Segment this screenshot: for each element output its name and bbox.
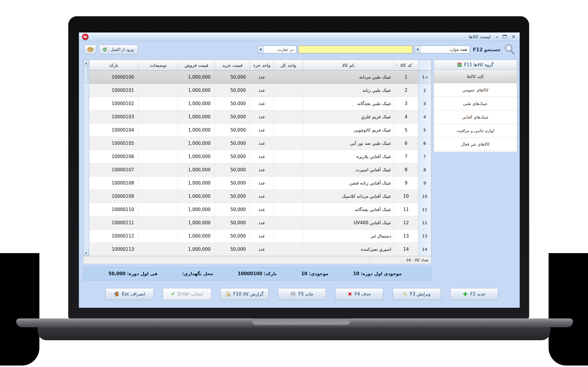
report-button-label: گزارش کالا F10 — [233, 291, 263, 297]
column-header-code[interactable]: ▾کد کالا — [394, 60, 418, 70]
sidebar-item[interactable]: عینک‌هاي طبی — [434, 97, 517, 110]
chevron-down-icon[interactable]: ▼ — [415, 46, 421, 53]
sidebar-item[interactable]: کالاهاي عمومی — [434, 83, 517, 97]
cell-sell: 1,000,000 — [178, 110, 215, 123]
theme-palette-button[interactable] — [84, 45, 96, 54]
table-row[interactable]: 1313دستمال لنزعدد50,0001,000,00010000112 — [89, 230, 431, 243]
table-row[interactable]: 1010عینک آفتابي مردانه کلاسیکعدد50,0001,… — [89, 190, 431, 203]
cell-unit_sub: عدد — [250, 84, 273, 97]
cell-buy: 50,000 — [215, 110, 250, 123]
cell-unit_sub: عدد — [250, 216, 273, 229]
restore-icon[interactable] — [503, 35, 507, 38]
table-row[interactable]: 44عینک فریم فلزيعدد50,0001,000,000100001… — [89, 110, 431, 124]
table-row[interactable]: 55عینک فریم کائوچوییعدد50,0001,000,00010… — [89, 124, 431, 137]
cell-unit_sub: عدد — [250, 110, 273, 123]
groups-grid-icon — [457, 63, 462, 67]
table-row[interactable]: 1414اسپري تمیزکنندهعدد50,0001,000,000100… — [89, 243, 431, 256]
search-input[interactable] — [298, 46, 412, 53]
cell-barcode: 10000103 — [89, 110, 138, 123]
table-row[interactable]: 1212عینک آفتابي UV400عدد50,0001,000,0001… — [89, 216, 431, 230]
column-header-sell[interactable]: قیمت فروش — [178, 60, 215, 70]
sidebar-item[interactable]: لوازم جانبی و مراقبت — [434, 124, 517, 137]
groups-header[interactable]: گروه کالاها F11 — [434, 60, 517, 70]
vertical-scrollbar[interactable]: ▲ ▼ — [83, 60, 89, 256]
infobar-item: موجودي اول دوره: 10 — [353, 271, 402, 276]
pencil-icon: ✎ — [403, 292, 407, 297]
cell-sell: 1,000,000 — [178, 84, 215, 97]
sidebar-item[interactable]: کالاهاي غیر فعال — [434, 137, 517, 151]
search-scope-dropdown[interactable]: همه موارد ▼ — [415, 46, 470, 53]
cell-buy: 50,000 — [215, 97, 250, 110]
cell-buy: 50,000 — [215, 124, 250, 137]
infobar-item: محل نگهداري: — [182, 271, 213, 276]
infobar-item: موجودي: 10 — [301, 271, 328, 276]
new-button[interactable]: جدید F2✚ — [450, 288, 498, 300]
scroll-up-icon[interactable]: ▲ — [83, 60, 89, 66]
table-row[interactable]: 77عینک آفتابي پلاریزهعدد50,0001,000,0001… — [89, 150, 431, 163]
select-button-label: انتخاب Enter — [178, 291, 203, 297]
report-button[interactable]: گزارش کالا F10 — [220, 288, 269, 300]
scroll-track[interactable] — [83, 83, 89, 250]
groups-sidebar: گروه کالاها F11 کلیه کالاهاکالاهاي عمومی… — [434, 60, 517, 152]
cell-notes — [138, 177, 178, 190]
delete-icon: ✖ — [348, 292, 352, 297]
cell-name: عینک طبي بچه‌گانه — [303, 97, 394, 110]
column-header-notes[interactable]: توضیحات — [138, 60, 178, 70]
search-toolbar: جستجو F12 همه موارد ▼ در عبارت ▼ ورود از… — [79, 41, 519, 58]
search-mode-dropdown[interactable]: در عبارت ▼ — [258, 46, 296, 53]
column-header-unit_main[interactable]: واحد کل — [273, 60, 303, 70]
cell-unit_sub: عدد — [250, 230, 273, 243]
table-row[interactable]: 99عینک آفتابي زنانه فشنعدد50,0001,000,00… — [89, 177, 431, 190]
cell-notes — [138, 230, 178, 243]
table-row[interactable]: 66عینک طبي ضد نور آبيعدد50,0001,000,0001… — [89, 137, 431, 150]
import-excel-button[interactable]: ورود از اکسل — [99, 45, 138, 54]
cell-notes — [138, 163, 178, 176]
grid-body: ◂11عینک طبي مردانهعدد50,0001,000,0001000… — [89, 71, 431, 256]
cell-unit_main — [273, 216, 303, 229]
cell-unit_main — [273, 163, 303, 176]
cell-unit_main — [273, 190, 303, 203]
column-header-unit_sub[interactable]: واحد جزء — [250, 60, 273, 70]
cell-unit_main — [273, 97, 303, 110]
cell-name: عینک آفتابي پلاریزه — [303, 150, 394, 163]
sidebar-item[interactable]: کلیه کالاها — [434, 70, 517, 83]
item-count-label: تعداد کالا : 18 — [370, 256, 431, 264]
cell-name: عینک فریم کائوچویی — [303, 124, 394, 137]
table-row[interactable]: 33عینک طبي بچه‌گانهعدد50,0001,000,000100… — [89, 97, 431, 110]
excel-icon — [103, 47, 108, 52]
delete-button[interactable]: حذف F4✖ — [335, 288, 383, 300]
table-row[interactable]: 22عینک طبي زنانهعدد50,0001,000,000100001… — [89, 84, 431, 97]
scroll-down-icon[interactable]: ▼ — [83, 250, 89, 256]
table-row[interactable]: ◂11عینک طبي مردانهعدد50,0001,000,0001000… — [89, 71, 431, 84]
cell-notes — [138, 110, 178, 123]
close-icon[interactable]: ✕ — [512, 34, 515, 39]
cell-buy: 50,000 — [215, 137, 250, 150]
column-header-barcode[interactable]: بارکد — [89, 60, 138, 70]
backdrop-shadow-left — [0, 253, 39, 366]
table-row[interactable]: 1111عینک آفتابي بچه‌گانهعدد50,0001,000,0… — [89, 203, 431, 216]
cancel-button[interactable]: انصراف Esc — [106, 288, 154, 300]
cell-code: 13 — [394, 230, 418, 243]
cell-unit_sub: عدد — [250, 177, 273, 190]
minimize-button[interactable]: – — [496, 34, 498, 39]
door-icon — [114, 292, 119, 296]
chevron-down-icon[interactable]: ▼ — [258, 46, 264, 53]
search-icon — [504, 43, 516, 56]
scroll-thumb[interactable] — [84, 66, 88, 83]
cell-barcode: 10000109 — [89, 190, 138, 203]
cell-buy: 50,000 — [215, 230, 250, 243]
column-header-buy[interactable]: قیمت خرید — [215, 60, 250, 70]
print-button[interactable]: چاپ F5 — [278, 288, 326, 300]
cell-name: عینک آفتابي مردانه کلاسیک — [303, 190, 394, 203]
cell-sell: 1,000,000 — [178, 230, 215, 243]
edit-button[interactable]: ویرایش F3✎ — [393, 288, 441, 300]
cell-buy: 50,000 — [215, 163, 250, 176]
cell-unit_sub: عدد — [250, 150, 273, 163]
table-row[interactable]: 88عینک آفتابي اسپرتعدد50,0001,000,000100… — [89, 163, 431, 177]
select-button: انتخاب Enter✔ — [163, 288, 211, 300]
cell-sell: 1,000,000 — [178, 177, 215, 190]
cell-code: 4 — [394, 110, 418, 123]
title-bar: لیست کالاها – ✕ — [79, 33, 519, 41]
sidebar-item[interactable]: عینک‌هاي آفتابی — [434, 110, 517, 124]
column-header-name[interactable]: نام کالا — [303, 60, 394, 70]
